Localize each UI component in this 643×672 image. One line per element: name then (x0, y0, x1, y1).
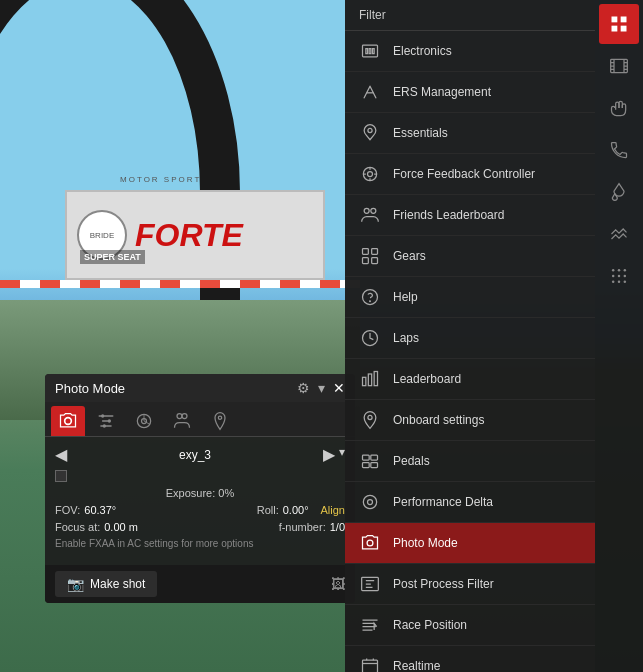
svg-point-20 (370, 301, 371, 302)
filter-item-onboard[interactable]: Onboard settings (345, 400, 595, 441)
align-button[interactable]: Align (321, 504, 345, 516)
photo-mode-panel: Photo Mode ⚙ ▾ ✕ ◀ exy_3 ▶ ▾ (45, 374, 355, 603)
svg-point-7 (182, 414, 187, 419)
svg-point-47 (618, 275, 621, 278)
svg-point-51 (624, 281, 627, 284)
focus-fnumber-row: Focus at: 0.00 m f-number: 1/0 (55, 521, 345, 533)
fov-roll-row: FOV: 60.37° Roll: 0.00° Align (55, 504, 345, 516)
filter-label-onboard: Onboard settings (393, 413, 484, 427)
camera-icon: 📷 (67, 576, 84, 592)
filter-label-essentials: Essentials (393, 126, 448, 140)
filter-label-electronics: Electronics (393, 44, 452, 58)
tab-location[interactable] (203, 406, 237, 436)
filter-item-help[interactable]: Help (345, 277, 595, 318)
svg-point-14 (371, 208, 376, 213)
filter-label-performance-delta: Performance Delta (393, 495, 493, 509)
filter-item-electronics[interactable]: Electronics (345, 31, 595, 72)
sidebar-btn-droplets[interactable] (599, 172, 639, 212)
screenshot-icon[interactable]: 🖼 (331, 576, 345, 592)
exposure-row: Exposure: 0% (55, 487, 345, 499)
svg-rect-23 (368, 374, 371, 386)
svg-point-13 (364, 208, 369, 213)
filter-label-ers: ERS Management (393, 85, 491, 99)
electronics-icon (359, 40, 381, 62)
next-arrow[interactable]: ▶ (323, 445, 335, 464)
filter-item-performance-delta[interactable]: Performance Delta (345, 482, 595, 523)
filter-label-friends: Friends Leaderboard (393, 208, 504, 222)
filter-item-laps[interactable]: Laps (345, 318, 595, 359)
roll-item: Roll: 0.00° Align (257, 504, 345, 516)
sidebar-btn-phone[interactable] (599, 130, 639, 170)
gears-icon (359, 245, 381, 267)
svg-point-50 (618, 281, 621, 284)
filter-item-gears[interactable]: Gears (345, 236, 595, 277)
filter-label-post-process: Post Process Filter (393, 577, 494, 591)
exposure-checkbox[interactable] (55, 470, 67, 482)
svg-point-6 (177, 414, 182, 419)
svg-rect-9 (363, 45, 378, 57)
svg-rect-40 (612, 26, 618, 32)
photo-panel-title: Photo Mode (55, 381, 125, 396)
collapse-icon[interactable]: ▾ (318, 380, 325, 396)
prev-arrow[interactable]: ◀ (55, 445, 67, 464)
filter-item-force-feedback[interactable]: Force Feedback Controller (345, 154, 595, 195)
fnumber-label: f-number: (279, 521, 326, 533)
photo-footer: 📷 Make shot 🖼 (45, 565, 355, 603)
focus-label: Focus at: (55, 521, 100, 533)
filter-item-leaderboard[interactable]: Leaderboard (345, 359, 595, 400)
filter-label-pedals: Pedals (393, 454, 430, 468)
filter-panel: Filter Electronics ERS Management Essent… (345, 0, 595, 672)
tab-sliders[interactable] (89, 406, 123, 436)
svg-rect-39 (621, 17, 627, 23)
tab-aperture[interactable] (127, 406, 161, 436)
filter-header: Filter (345, 0, 595, 31)
essentials-icon (359, 122, 381, 144)
svg-point-25 (368, 415, 372, 419)
svg-rect-29 (371, 463, 378, 468)
filter-item-photo-mode[interactable]: Photo Mode (345, 523, 595, 564)
force-feedback-icon (359, 163, 381, 185)
filter-item-realtime[interactable]: Realtime (345, 646, 595, 672)
fov-item: FOV: 60.37° (55, 504, 116, 516)
help-icon (359, 286, 381, 308)
post-process-icon (359, 573, 381, 595)
sidebar-btn-grid[interactable] (599, 4, 639, 44)
svg-point-49 (612, 281, 615, 284)
filter-label-laps: Laps (393, 331, 419, 345)
sidebar-btn-grid2[interactable] (599, 214, 639, 254)
filter-item-race-position[interactable]: Race Position (345, 605, 595, 646)
svg-rect-34 (363, 660, 378, 672)
sidebar-btn-hand[interactable] (599, 88, 639, 128)
track-barrier (0, 280, 360, 288)
checkbox-row (55, 470, 345, 482)
photo-panel-header: Photo Mode ⚙ ▾ ✕ (45, 374, 355, 402)
focus-value: 0.00 m (104, 521, 138, 533)
svg-point-45 (624, 269, 627, 272)
svg-point-44 (618, 269, 621, 272)
tab-people[interactable] (165, 406, 199, 436)
filter-item-essentials[interactable]: Essentials (345, 113, 595, 154)
filter-item-friends[interactable]: Friends Leaderboard (345, 195, 595, 236)
make-shot-button[interactable]: 📷 Make shot (55, 571, 157, 597)
sidebar-btn-film[interactable] (599, 46, 639, 86)
roll-value: 0.00° (283, 504, 309, 516)
fov-label: FOV: (55, 504, 80, 516)
svg-rect-22 (363, 377, 366, 385)
svg-point-46 (612, 275, 615, 278)
tab-camera[interactable] (51, 406, 85, 436)
svg-rect-38 (612, 17, 618, 23)
fnumber-value: 1/0 (330, 521, 345, 533)
svg-point-31 (368, 500, 373, 505)
filter-item-pedals[interactable]: Pedals (345, 441, 595, 482)
make-shot-label: Make shot (90, 577, 145, 591)
settings-icon[interactable]: ⚙ (297, 380, 310, 396)
svg-point-2 (108, 419, 111, 422)
sidebar-btn-dots[interactable] (599, 256, 639, 296)
nav-label: exy_3 (179, 448, 211, 462)
photo-body: ◀ exy_3 ▶ ▾ Exposure: 0% FOV: 60.37° Rol… (45, 437, 355, 565)
onboard-icon (359, 409, 381, 431)
filter-item-post-process[interactable]: Post Process Filter (345, 564, 595, 605)
svg-rect-26 (363, 455, 370, 460)
close-icon[interactable]: ✕ (333, 380, 345, 396)
filter-item-ers[interactable]: ERS Management (345, 72, 595, 113)
